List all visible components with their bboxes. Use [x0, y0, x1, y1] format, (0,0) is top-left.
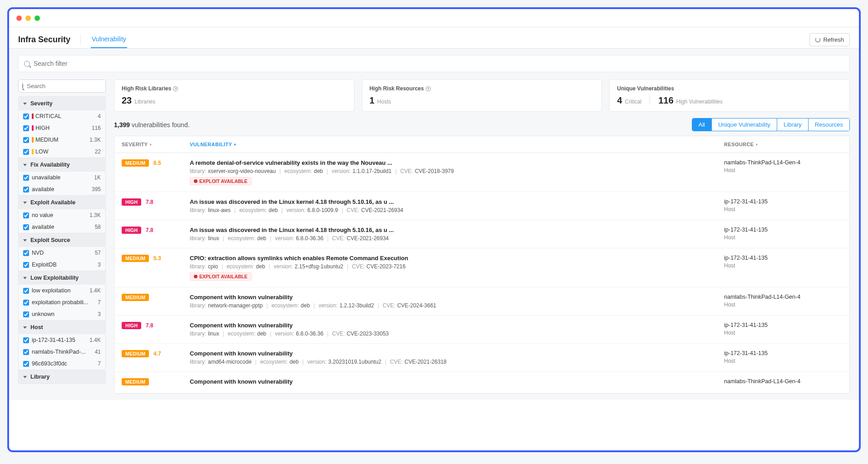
facet-item-severity-high[interactable]: HIGH116 [19, 122, 105, 134]
exploit-available-tag: EXPLOIT AVAILABLE [190, 177, 252, 185]
checkbox[interactable] [23, 337, 29, 343]
divider [650, 97, 650, 105]
info-icon[interactable]: ? [173, 86, 178, 91]
facet-header-fix-availability[interactable]: Fix Availability [19, 158, 105, 172]
facet-header-library[interactable]: Library [19, 370, 105, 384]
facet-item[interactable]: unknown3 [19, 308, 105, 320]
vulnerability-title: A remote denial-of-service vulnerability… [190, 159, 724, 166]
facet-item[interactable]: unavailable1K [19, 172, 105, 183]
checkbox[interactable] [23, 125, 29, 131]
table-row[interactable]: MEDIUM Component with known vulnerabilit… [114, 287, 849, 316]
facet-item-severity-medium[interactable]: MEDIUM1.3K [19, 134, 105, 146]
severity-score: 7.8 [146, 322, 153, 329]
exploit-available-tag: EXPLOIT AVAILABLE [190, 272, 252, 281]
checkbox[interactable] [23, 212, 29, 218]
facet-header-low-exploitability[interactable]: Low Exploitability [19, 271, 105, 285]
stat-card-high-risk-libraries: High Risk Libraries? 23Libraries [114, 79, 355, 112]
table-row[interactable]: MEDIUM 4.7 Component with known vulnerab… [114, 344, 849, 372]
tab-vulnerability[interactable]: Vulnerability [91, 31, 127, 48]
checkbox[interactable] [23, 349, 29, 355]
facet-header-host[interactable]: Host [19, 320, 105, 334]
resource-type: Host [724, 234, 842, 241]
resource-type: Host [724, 330, 842, 336]
checkbox[interactable] [23, 114, 29, 119]
table-row[interactable]: HIGH 7.8 An issue was discovered in the … [114, 220, 849, 248]
facet-item[interactable]: namlabs-ThinkPad-...41 [19, 346, 105, 358]
chevron-down-icon [23, 277, 27, 279]
minimize-window-icon[interactable] [25, 15, 31, 21]
checkbox[interactable] [23, 137, 29, 143]
facet-item[interactable]: 96c693c3f0dc7 [19, 358, 105, 370]
facet-item[interactable]: available395 [19, 183, 105, 195]
facet-item[interactable]: ip-172-31-41-1351.4K [19, 334, 105, 346]
table-row[interactable]: MEDIUM 5.3 CPIO: extraction allows symli… [114, 248, 849, 287]
facet-search[interactable] [18, 79, 106, 93]
checkbox[interactable] [23, 361, 29, 367]
vulnerability-meta: library: linux-aws |ecosystem: deb |vers… [190, 207, 724, 213]
severity-bar-icon [32, 114, 34, 119]
stat-cards: High Risk Libraries? 23Libraries High Ri… [114, 79, 850, 112]
facet-item-severity-critical[interactable]: CRITICAL4 [19, 110, 105, 122]
facet-item[interactable]: exploitation probabili...7 [19, 296, 105, 308]
checkbox[interactable] [23, 250, 29, 256]
stat-card-high-risk-resources: High Risk Resources? 1Hosts [362, 79, 602, 112]
facet-item-severity-low[interactable]: LOW22 [19, 146, 105, 158]
refresh-button[interactable]: Refresh [809, 33, 850, 46]
severity-badge: MEDIUM [122, 378, 149, 385]
resource-name: namlabs-ThinkPad-L14-Gen-4 [724, 378, 842, 385]
resource-name: ip-172-31-41-135 [724, 198, 842, 205]
checkbox[interactable] [23, 288, 29, 294]
view-resources-button[interactable]: Resources [808, 118, 849, 131]
table-row[interactable]: HIGH 7.8 Component with known vulnerabil… [114, 316, 849, 344]
checkbox[interactable] [23, 311, 29, 317]
chevron-down-icon [23, 103, 27, 105]
view-library-button[interactable]: Library [777, 118, 808, 131]
facet-header-severity[interactable]: Severity [19, 97, 105, 110]
col-header-resource[interactable]: RESOURCE ♦ [724, 142, 758, 147]
resource-name: ip-172-31-41-135 [724, 350, 842, 356]
vulnerability-meta: library: xserver-xorg-video-nouveau |eco… [190, 168, 724, 174]
vulnerability-meta: library: network-manager-pptp |ecosystem… [190, 302, 724, 309]
facet-item[interactable]: low exploitation1.4K [19, 285, 105, 296]
maximize-window-icon[interactable] [35, 15, 40, 21]
severity-badge: HIGH [122, 198, 141, 206]
facet-item[interactable]: NVD57 [19, 247, 105, 259]
checkbox[interactable] [23, 149, 29, 155]
search-filter-input[interactable] [34, 60, 844, 67]
checkbox[interactable] [23, 224, 29, 230]
facet-item[interactable]: ExploitDB3 [19, 259, 105, 271]
refresh-icon [815, 37, 820, 42]
facet-panel[interactable]: Severity CRITICAL4 HIGH116 MEDIUM1.3K LO… [18, 96, 106, 384]
table-row[interactable]: MEDIUM Component with known vulnerabilit… [114, 372, 849, 393]
view-unique-button[interactable]: Unique Vulnerability [711, 118, 777, 131]
resource-name: namlabs-ThinkPad-L14-Gen-4 [724, 159, 842, 166]
severity-bar-icon [32, 137, 34, 143]
facet-header-exploit-available[interactable]: Exploit Available [19, 195, 105, 209]
table-row[interactable]: MEDIUM 6.5 A remote denial-of-service vu… [114, 153, 849, 192]
table-header: SEVERITY ♦ VULNERABILITY ♦ RESOURCE ♦ [114, 136, 849, 153]
search-filter-bar[interactable] [18, 55, 850, 72]
chevron-down-icon [23, 326, 27, 329]
checkbox[interactable] [23, 187, 29, 193]
titlebar [9, 9, 859, 27]
table-row[interactable]: HIGH 7.8 An issue was discovered in the … [114, 192, 849, 220]
info-icon[interactable]: ? [426, 86, 431, 91]
severity-bar-icon [32, 125, 34, 131]
checkbox[interactable] [23, 175, 29, 181]
severity-badge: MEDIUM [122, 350, 149, 357]
view-all-button[interactable]: All [692, 118, 711, 131]
resource-type: Host [724, 167, 842, 173]
vulnerability-title: Component with known vulnerability [190, 322, 724, 329]
facet-header-exploit-source[interactable]: Exploit Source [19, 233, 105, 247]
close-window-icon[interactable] [16, 15, 22, 21]
col-header-severity[interactable]: SEVERITY ♦ [122, 142, 152, 147]
facet-search-input[interactable] [27, 83, 103, 89]
col-header-vulnerability[interactable]: VULNERABILITY ♦ [190, 142, 236, 147]
severity-badge: MEDIUM [122, 294, 149, 301]
facet-item[interactable]: no value1.3K [19, 209, 105, 221]
checkbox[interactable] [23, 262, 29, 268]
nav-tabs: Vulnerability [91, 31, 127, 48]
checkbox[interactable] [23, 300, 29, 306]
facet-item[interactable]: available58 [19, 221, 105, 233]
sort-icon: ♦ [234, 142, 236, 147]
